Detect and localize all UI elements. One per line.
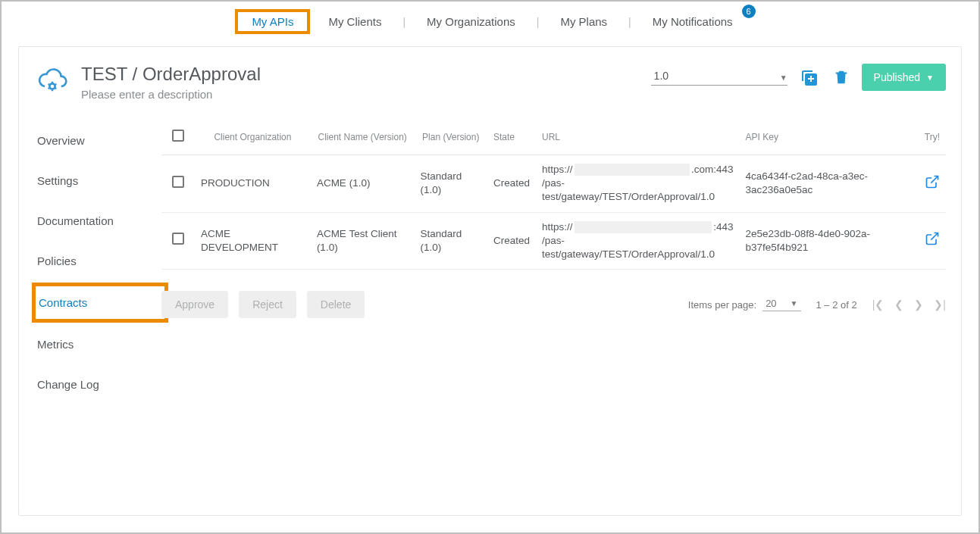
action-buttons: Approve Reject Delete: [161, 291, 365, 318]
cell-state: Created: [487, 155, 536, 213]
select-all-checkbox[interactable]: [172, 130, 184, 142]
row-checkbox[interactable]: [172, 233, 184, 245]
table-row: PRODUCTION ACME (1.0) Standard (1.0) Cre…: [161, 155, 946, 213]
cell-apikey: 2e5e23db-08f8-4de0-902a-b37fe5f4b921: [740, 212, 919, 270]
cell-state: Created: [487, 212, 536, 270]
nav-separator: |: [628, 16, 631, 28]
sidebar-item-settings[interactable]: Settings: [36, 161, 164, 201]
prev-page-icon[interactable]: ❮: [894, 298, 903, 311]
col-state: State: [487, 120, 536, 155]
top-nav: My APIs My Clients | My Organizations | …: [2, 2, 978, 46]
col-url: URL: [536, 120, 740, 155]
nav-separator: |: [537, 16, 540, 28]
svg-point-0: [49, 83, 55, 89]
items-per-page: Items per page: 20 ▼: [688, 298, 801, 311]
col-apikey: API Key: [740, 120, 919, 155]
sidebar-item-policies[interactable]: Policies: [36, 241, 164, 281]
cell-apikey: 4ca6434f-c2ad-48ca-a3ec-3ac236a0e5ac: [740, 155, 919, 213]
url-redacted: [575, 221, 712, 233]
next-page-icon[interactable]: ❯: [914, 298, 923, 311]
nav-my-organizations[interactable]: My Organizations: [415, 9, 528, 34]
sidebar-item-change-log[interactable]: Change Log: [36, 364, 164, 404]
nav-my-notifications[interactable]: My Notifications 6: [640, 9, 745, 34]
cell-org: PRODUCTION: [195, 155, 311, 213]
title-block: TEST / OrderApproval Please enter a desc…: [81, 64, 639, 101]
pager-range: 1 – 2 of 2: [816, 299, 857, 311]
header-controls: 1.0 ▼ Published ▼: [651, 64, 946, 91]
row-checkbox[interactable]: [172, 176, 184, 188]
reject-button[interactable]: Reject: [239, 291, 296, 318]
sidebar-item-metrics[interactable]: Metrics: [36, 324, 164, 364]
pager-nav: |❮ ❮ ❯ ❯|: [872, 298, 946, 311]
cell-org: ACME DEVELOPMENT: [195, 212, 311, 270]
chevron-down-icon: ▼: [780, 73, 787, 82]
sidebar-item-overview[interactable]: Overview: [36, 120, 164, 161]
sidebar-item-contracts[interactable]: Contracts: [32, 283, 168, 323]
nav-my-plans[interactable]: My Plans: [548, 9, 619, 34]
sidebar-item-documentation[interactable]: Documentation: [36, 201, 164, 241]
cell-client: ACME (1.0): [311, 155, 415, 213]
col-plan: Plan (Version): [414, 120, 487, 155]
items-per-page-label: Items per page:: [688, 299, 756, 311]
delete-button[interactable]: [830, 66, 853, 89]
col-try: Try!: [919, 120, 946, 155]
version-select[interactable]: 1.0 ▼: [651, 70, 787, 86]
action-row: Approve Reject Delete Items per page: 20…: [161, 291, 946, 318]
items-per-page-select[interactable]: 20 ▼: [762, 298, 800, 311]
main-content: Client Organization Client Name (Version…: [161, 120, 946, 404]
try-icon[interactable]: [925, 237, 940, 248]
approve-button[interactable]: Approve: [161, 291, 228, 318]
published-button[interactable]: Published ▼: [862, 64, 946, 91]
try-icon[interactable]: [925, 180, 940, 192]
content-card: TEST / OrderApproval Please enter a desc…: [18, 46, 962, 516]
cell-url: https://.com:443 /pas-test/gateway/TEST/…: [536, 155, 740, 213]
nav-my-apis[interactable]: My APIs: [235, 9, 310, 34]
cloud-gear-icon: [36, 64, 69, 96]
cell-plan: Standard (1.0): [414, 212, 487, 270]
col-client-name: Client Name (Version): [311, 120, 415, 155]
cell-url: https://:443 /pas-test/gateway/TEST/Orde…: [536, 212, 740, 270]
nav-my-clients[interactable]: My Clients: [316, 9, 393, 34]
nav-label: My Notifications: [653, 15, 733, 28]
url-redacted: [575, 164, 690, 176]
published-label: Published: [874, 71, 921, 83]
cell-client: ACME Test Client (1.0): [311, 212, 415, 270]
cell-plan: Standard (1.0): [414, 155, 487, 213]
header-row: TEST / OrderApproval Please enter a desc…: [36, 64, 946, 101]
add-version-button[interactable]: [797, 65, 821, 89]
nav-separator: |: [402, 16, 405, 28]
table-row: ACME DEVELOPMENT ACME Test Client (1.0) …: [161, 212, 946, 270]
page-description[interactable]: Please enter a description: [81, 88, 639, 101]
paginator: Items per page: 20 ▼ 1 – 2 of 2 |❮ ❮ ❯ ❯…: [688, 298, 946, 311]
sidebar: Overview Settings Documentation Policies…: [36, 120, 164, 404]
body-row: Overview Settings Documentation Policies…: [36, 120, 946, 404]
contracts-table: Client Organization Client Name (Version…: [161, 120, 946, 270]
caret-down-icon: ▼: [926, 73, 934, 82]
delete-rows-button[interactable]: Delete: [307, 291, 365, 318]
page-title: TEST / OrderApproval: [81, 64, 639, 85]
first-page-icon[interactable]: |❮: [872, 298, 885, 311]
notification-badge: 6: [742, 5, 756, 18]
last-page-icon[interactable]: ❯|: [934, 298, 946, 311]
chevron-down-icon: ▼: [791, 299, 798, 308]
col-client-org: Client Organization: [195, 120, 311, 155]
version-value: 1.0: [651, 70, 668, 82]
